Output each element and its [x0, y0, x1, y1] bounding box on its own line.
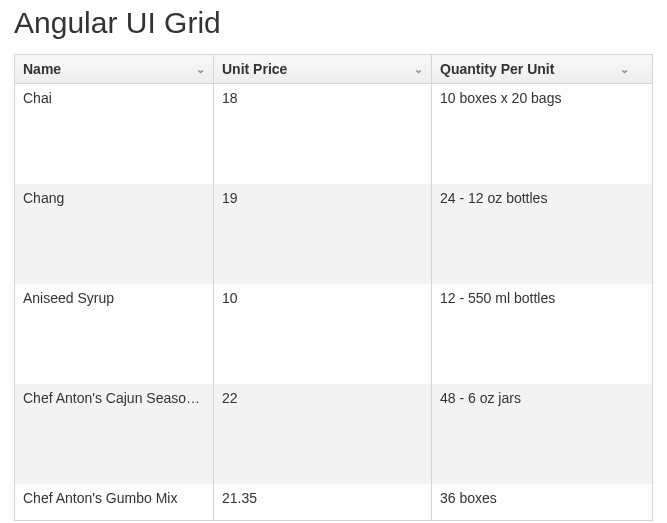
- cell-name: Aniseed Syrup: [15, 284, 214, 384]
- table-row[interactable]: Chef Anton's Cajun Seasoning 22 48 - 6 o…: [15, 384, 652, 484]
- table-row[interactable]: Chef Anton's Gumbo Mix 21.35 36 boxes: [15, 484, 652, 520]
- cell-unit-price: 19: [214, 184, 432, 284]
- cell-qty-per-unit: 10 boxes x 20 bags: [432, 84, 637, 184]
- column-header-label: Name: [23, 61, 61, 77]
- cell-unit-price: 10: [214, 284, 432, 384]
- data-grid: Name ⌄ Unit Price ⌄ Quantity Per Unit ⌄ …: [14, 54, 653, 521]
- column-header-name[interactable]: Name ⌄: [15, 55, 214, 83]
- cell-unit-price: 21.35: [214, 484, 432, 520]
- cell-name: Chef Anton's Gumbo Mix: [15, 484, 214, 520]
- grid-body[interactable]: Chai 18 10 boxes x 20 bags Chang 19 24 -…: [15, 84, 652, 520]
- table-row[interactable]: Aniseed Syrup 10 12 - 550 ml bottles: [15, 284, 652, 384]
- column-header-unit-price[interactable]: Unit Price ⌄: [214, 55, 432, 83]
- column-header-label: Quantity Per Unit: [440, 61, 554, 77]
- chevron-down-icon[interactable]: ⌄: [620, 64, 629, 75]
- cell-qty-per-unit: 24 - 12 oz bottles: [432, 184, 637, 284]
- table-row[interactable]: Chang 19 24 - 12 oz bottles: [15, 184, 652, 284]
- cell-qty-per-unit: 36 boxes: [432, 484, 637, 520]
- column-header-qty-per-unit[interactable]: Quantity Per Unit ⌄: [432, 55, 637, 83]
- table-row[interactable]: Chai 18 10 boxes x 20 bags: [15, 84, 652, 184]
- page-title: Angular UI Grid: [14, 6, 653, 40]
- cell-unit-price: 18: [214, 84, 432, 184]
- cell-unit-price: 22: [214, 384, 432, 484]
- chevron-down-icon[interactable]: ⌄: [414, 64, 423, 75]
- cell-name: Chai: [15, 84, 214, 184]
- cell-qty-per-unit: 12 - 550 ml bottles: [432, 284, 637, 384]
- cell-name: Chang: [15, 184, 214, 284]
- cell-qty-per-unit: 48 - 6 oz jars: [432, 384, 637, 484]
- cell-name: Chef Anton's Cajun Seasoning: [15, 384, 214, 484]
- column-header-label: Unit Price: [222, 61, 287, 77]
- chevron-down-icon[interactable]: ⌄: [196, 64, 205, 75]
- grid-header-row: Name ⌄ Unit Price ⌄ Quantity Per Unit ⌄: [15, 55, 652, 84]
